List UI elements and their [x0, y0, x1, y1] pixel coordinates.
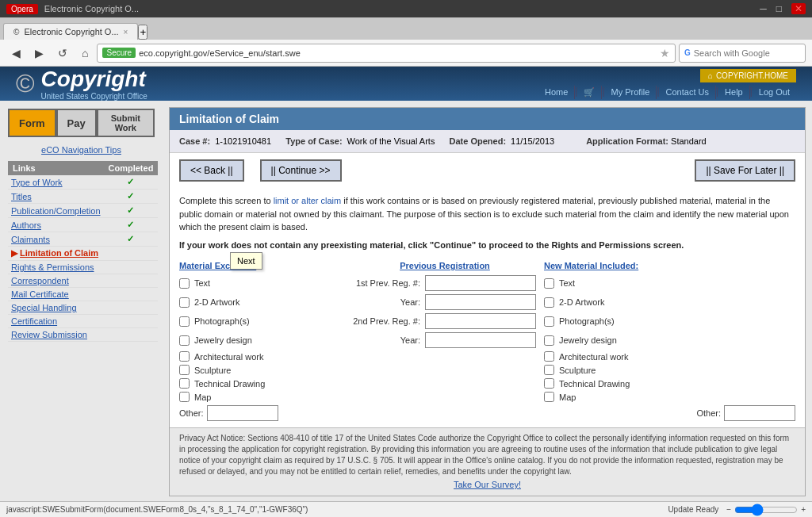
sidebar-item-limitation[interactable]: Limitation of Claim [20, 248, 98, 258]
table-row: ▶ Limitation of Claim [8, 247, 158, 261]
zoom-slider[interactable] [734, 504, 798, 516]
search-bar[interactable]: G [679, 44, 806, 63]
forward-btn[interactable]: ▶ [29, 44, 49, 63]
sidebar-item-special-handling[interactable]: Special Handling [11, 303, 77, 312]
search-input[interactable] [694, 48, 800, 58]
nav-myprofile[interactable]: My Profile [605, 86, 657, 99]
check-icon: ✓ [127, 205, 134, 215]
zoom-controls: − + [726, 504, 806, 516]
form-area: Material Excluded: Previous Registration… [170, 255, 805, 427]
format-item: Application Format: Standard [586, 136, 707, 146]
back-btn[interactable]: ◀ [6, 44, 26, 63]
excluded-map-checkbox[interactable] [179, 392, 190, 402]
year2-input[interactable] [425, 332, 536, 348]
header-links: Home | 🛒 | My Profile | Contact Us | Hel… [538, 86, 796, 99]
excluded-jewelry: Jewelry design [179, 335, 346, 346]
sidebar-item-type-of-work[interactable]: Type of Work [11, 178, 63, 187]
submit-step-btn[interactable]: Submit Work [97, 109, 155, 137]
page-title: Limitation of Claim [170, 108, 805, 130]
close-btn[interactable]: ✕ [791, 3, 806, 14]
tab-close-btn[interactable]: × [124, 28, 128, 36]
2nd-prev-reg-input[interactable] [425, 313, 536, 329]
sidebar-item-authors[interactable]: Authors [11, 220, 41, 230]
other-new-input[interactable] [724, 405, 795, 421]
form-row-text: Text 1st Prev. Reg. #: Text [179, 275, 795, 291]
nav-cart[interactable]: 🛒 [577, 86, 602, 99]
nav-help[interactable]: Help [718, 86, 750, 99]
reload-btn[interactable]: ↺ [52, 44, 73, 63]
limit-claim-link[interactable]: limit or alter claim [274, 196, 342, 205]
new-sculpture-checkbox[interactable] [544, 365, 554, 375]
site-header: © Copyright United States Copyright Offi… [0, 67, 812, 101]
status-url: javascript:SWESubmitForm(document.SWEFor… [6, 505, 308, 514]
new-2dartwork-checkbox[interactable] [544, 297, 554, 308]
maximize-btn[interactable]: □ [776, 3, 782, 14]
new-technical-drawing-checkbox[interactable] [544, 378, 554, 389]
browser-frame: Opera Electronic Copyright O... ─ □ ✕ © … [0, 0, 812, 517]
nav-contact[interactable]: Contact Us [660, 86, 716, 99]
form-step-btn[interactable]: Form [8, 109, 56, 137]
new-material-jewelry: Jewelry design [544, 335, 703, 346]
sidebar-item-certification[interactable]: Certification [11, 316, 57, 326]
zoom-out-icon[interactable]: − [726, 505, 731, 514]
sidebar-item-correspondent[interactable]: Correspondent [11, 276, 69, 285]
back-button[interactable]: << Back || [179, 159, 244, 182]
excluded-photos-checkbox[interactable] [179, 316, 190, 327]
continue-button[interactable]: || Continue >> [260, 159, 342, 182]
pay-step-btn[interactable]: Pay [56, 109, 97, 137]
nav-logout[interactable]: Log Out [753, 86, 796, 99]
excluded-technical-drawing-checkbox[interactable] [179, 378, 190, 389]
year2-label: Year: [346, 335, 425, 345]
form-headers: Material Excluded: Previous Registration… [179, 261, 795, 270]
excluded-architectural-checkbox[interactable] [179, 351, 190, 362]
tab-title: Electronic Copyright O... [24, 27, 118, 36]
new-map-checkbox[interactable] [544, 392, 554, 402]
excluded-photos: Photograph(s) [179, 316, 346, 327]
excluded-technical-drawing: Technical Drawing [179, 378, 346, 389]
sidebar-item-titles[interactable]: Titles [11, 192, 32, 201]
nav-home[interactable]: Home [538, 86, 575, 99]
new-text-checkbox[interactable] [544, 278, 554, 289]
sidebar-item-claimants[interactable]: Claimants [11, 235, 50, 244]
prev-reg-year1: Year: [346, 294, 544, 310]
new-material-2dartwork: 2-D Artwork [544, 297, 703, 308]
new-architectural-checkbox[interactable] [544, 351, 554, 362]
links-header: Links [8, 161, 104, 175]
year1-input[interactable] [425, 294, 536, 310]
form-row-photos: Photograph(s) 2nd Prev. Reg. #: Photogra… [179, 313, 795, 329]
1st-prev-reg-input[interactable] [425, 275, 536, 291]
excluded-jewelry-checkbox[interactable] [179, 335, 190, 346]
format-label: Application Format: [586, 136, 668, 146]
save-for-later-button[interactable]: || Save For Later || [695, 159, 795, 182]
excluded-text-checkbox[interactable] [179, 278, 190, 289]
bookmark-btn[interactable]: ★ [660, 47, 670, 59]
copyright-home-btn[interactable]: ⌂ COPYRIGHT.HOME [700, 69, 796, 82]
excluded-sculpture-checkbox[interactable] [179, 365, 190, 375]
check-icon: ✓ [127, 177, 134, 186]
check-icon: ✓ [127, 191, 134, 201]
zoom-in-icon[interactable]: + [801, 505, 806, 514]
links-table: Links Completed Type of Work ✓ Titles ✓ [8, 161, 158, 342]
home-btn[interactable]: ⌂ [76, 44, 94, 63]
new-photos-checkbox[interactable] [544, 316, 554, 327]
minimize-btn[interactable]: ─ [760, 3, 767, 14]
sidebar-item-mail-certificate[interactable]: Mail Certificate [11, 289, 69, 299]
case-number-label: Case #: [179, 136, 210, 146]
take-survey-link[interactable]: Take Our Survey! [179, 479, 795, 491]
new-jewelry-checkbox[interactable] [544, 335, 554, 346]
other-excluded-input[interactable] [207, 405, 278, 421]
form-row-sculpture: Sculpture Sculpture [179, 365, 795, 375]
sidebar-item-review[interactable]: Review Submission [11, 330, 87, 339]
sidebar-item-rights[interactable]: Rights & Permissions [11, 262, 94, 272]
logo-area: © Copyright United States Copyright Offi… [16, 67, 147, 101]
browser-tab[interactable]: © Electronic Copyright O... × [3, 23, 138, 40]
content-area: Limitation of Claim Case #: 1-1021910481… [169, 107, 806, 496]
new-tab-btn[interactable]: + [138, 25, 147, 40]
eco-nav-tips[interactable]: eCO Navigation Tips [8, 145, 155, 155]
table-row: Titles ✓ [8, 190, 158, 204]
form-row-map: Map Map [179, 392, 795, 402]
description-text-2: If your work does not contain any preexi… [179, 239, 795, 252]
excluded-2dartwork-checkbox[interactable] [179, 297, 190, 308]
copyright-logo: Copyright [41, 67, 147, 92]
sidebar-item-publication[interactable]: Publication/Completion [11, 206, 101, 216]
